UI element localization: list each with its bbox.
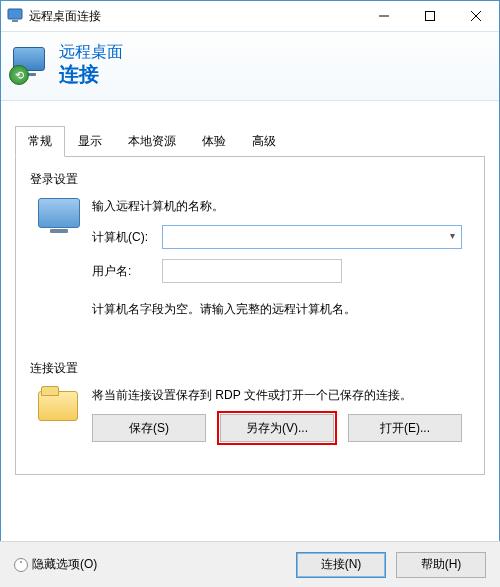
- computer-label: 计算机(C):: [92, 229, 162, 246]
- close-button[interactable]: [453, 1, 499, 31]
- computer-combo[interactable]: ▾: [162, 225, 462, 249]
- tab-advanced[interactable]: 高级: [239, 126, 289, 157]
- connection-icon: [38, 387, 82, 442]
- minimize-button[interactable]: [361, 1, 407, 31]
- help-button[interactable]: 帮助(H): [396, 552, 486, 578]
- header-subtitle: 远程桌面: [59, 42, 123, 63]
- footer-bar: ˄ 隐藏选项(O) 连接(N) 帮助(H): [0, 541, 500, 587]
- window-title: 远程桌面连接: [29, 8, 101, 25]
- open-button[interactable]: 打开(E)...: [348, 414, 462, 442]
- svg-rect-3: [426, 12, 435, 21]
- rdp-icon: ⟲: [13, 47, 49, 83]
- svg-rect-1: [12, 20, 18, 22]
- header-band: ⟲ 远程桌面 连接: [1, 31, 499, 101]
- tab-experience[interactable]: 体验: [189, 126, 239, 157]
- title-bar: 远程桌面连接: [1, 1, 499, 31]
- tab-strip: 常规 显示 本地资源 体验 高级: [15, 125, 485, 157]
- hide-options-link[interactable]: 隐藏选项(O): [32, 556, 97, 573]
- header-title: 连接: [59, 61, 123, 88]
- login-group-title: 登录设置: [30, 171, 470, 188]
- connection-group-title: 连接设置: [30, 360, 470, 377]
- login-prompt: 输入远程计算机的名称。: [92, 198, 462, 215]
- connect-button[interactable]: 连接(N): [296, 552, 386, 578]
- save-button[interactable]: 保存(S): [92, 414, 206, 442]
- app-icon: [7, 8, 23, 24]
- svg-rect-0: [8, 9, 22, 19]
- tab-general[interactable]: 常规: [15, 126, 65, 157]
- tab-display[interactable]: 显示: [65, 126, 115, 157]
- connection-desc: 将当前连接设置保存到 RDP 文件或打开一个已保存的连接。: [92, 387, 462, 404]
- tab-panel-general: 登录设置 输入远程计算机的名称。 计算机(C): ▾ 用户名: 计算机名字段为空…: [15, 157, 485, 475]
- save-as-button[interactable]: 另存为(V)...: [220, 414, 334, 442]
- login-icon: [38, 198, 82, 318]
- chevron-up-icon[interactable]: ˄: [14, 558, 28, 572]
- chevron-down-icon: ▾: [450, 230, 455, 241]
- tab-local-resources[interactable]: 本地资源: [115, 126, 189, 157]
- username-label: 用户名:: [92, 263, 162, 280]
- username-field[interactable]: [162, 259, 342, 283]
- maximize-button[interactable]: [407, 1, 453, 31]
- login-hint: 计算机名字段为空。请输入完整的远程计算机名。: [92, 301, 462, 318]
